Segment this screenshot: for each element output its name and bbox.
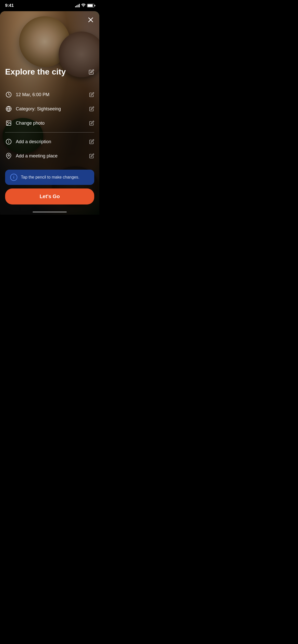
details-section: 12 Mar, 6:00 PM Category: Sightseeing: [0, 87, 99, 163]
edit-title-icon[interactable]: [89, 69, 94, 75]
change-photo-row: Change photo: [5, 116, 94, 130]
main-content: Explore the city 12 Mar, 6:00 PM: [0, 11, 99, 215]
location-icon: [5, 152, 12, 159]
bottom-section: i Tap the pencil to make changes. Let's …: [0, 170, 99, 215]
wifi-icon: [81, 4, 86, 8]
edit-meeting-place-icon[interactable]: [89, 153, 94, 158]
meeting-place-text: Add a meeting place: [16, 153, 86, 159]
close-button[interactable]: [86, 15, 95, 24]
meeting-place-row: Add a meeting place: [5, 149, 94, 163]
info-icon: [5, 138, 12, 145]
event-title-row: Explore the city: [5, 67, 94, 77]
edit-category-icon[interactable]: [89, 106, 94, 111]
clock-icon: [5, 91, 12, 98]
status-bar: 9:41: [0, 0, 99, 11]
battery-icon: [87, 4, 94, 7]
svg-point-10: [8, 155, 9, 156]
datetime-row: 12 Mar, 6:00 PM: [5, 87, 94, 102]
lets-go-button[interactable]: Let's Go: [5, 188, 94, 204]
edit-photo-icon[interactable]: [89, 121, 94, 126]
edit-datetime-icon[interactable]: [89, 92, 94, 97]
info-banner: i Tap the pencil to make changes.: [5, 170, 94, 185]
edit-description-icon[interactable]: [89, 139, 94, 144]
status-icons: [75, 4, 94, 8]
datetime-text: 12 Mar, 6:00 PM: [16, 92, 86, 97]
event-title: Explore the city: [5, 67, 86, 77]
status-time: 9:41: [5, 3, 14, 8]
signal-icon: [75, 4, 80, 7]
description-row: Add a description: [5, 135, 94, 149]
info-banner-text: Tap the pencil to make changes.: [21, 175, 79, 180]
category-row: Category: Sightseeing: [5, 102, 94, 116]
home-indicator: [33, 211, 67, 213]
svg-point-6: [7, 122, 8, 123]
globe-icon: [5, 105, 12, 112]
photo-icon: [5, 120, 12, 127]
change-photo-text: Change photo: [16, 121, 86, 126]
description-text: Add a description: [16, 139, 86, 144]
category-text: Category: Sightseeing: [16, 106, 86, 112]
section-divider: [5, 132, 94, 133]
info-banner-icon: i: [10, 174, 17, 181]
